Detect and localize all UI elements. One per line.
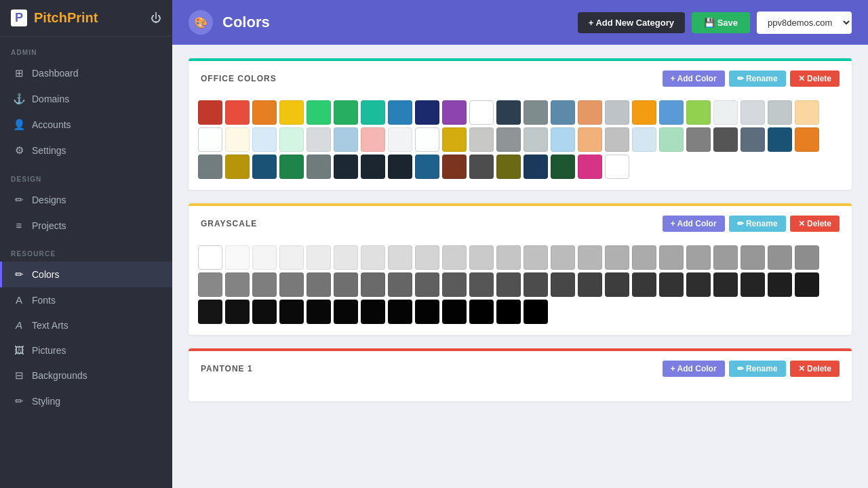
color-swatch[interactable] <box>307 127 331 152</box>
color-swatch[interactable] <box>686 127 711 152</box>
color-swatch[interactable] <box>442 155 467 179</box>
color-swatch[interactable] <box>632 127 656 152</box>
add-color-button-grayscale[interactable]: + Add Color <box>663 216 725 232</box>
color-swatch[interactable] <box>415 127 439 152</box>
save-button[interactable]: 💾 Save <box>692 12 750 33</box>
sidebar-item-textarts[interactable]: A Text Arts <box>0 312 172 338</box>
add-color-button-office[interactable]: + Add Color <box>663 70 725 87</box>
color-swatch[interactable] <box>713 245 738 270</box>
power-icon[interactable]: ⏻ <box>151 12 161 24</box>
color-swatch[interactable] <box>469 272 494 297</box>
delete-button-grayscale[interactable]: ✕ Delete <box>790 216 840 232</box>
sidebar-item-accounts[interactable]: 👤 Accounts <box>0 112 172 138</box>
color-swatch[interactable] <box>198 100 222 125</box>
color-swatch[interactable] <box>496 300 521 324</box>
color-swatch[interactable] <box>252 100 277 125</box>
color-swatch[interactable] <box>307 155 331 179</box>
color-swatch[interactable] <box>741 245 765 270</box>
color-swatch[interactable] <box>713 272 738 297</box>
color-swatch[interactable] <box>198 272 222 297</box>
color-swatch[interactable] <box>415 245 439 270</box>
color-swatch[interactable] <box>252 272 277 297</box>
color-swatch[interactable] <box>307 245 331 270</box>
color-swatch[interactable] <box>225 245 250 270</box>
color-swatch[interactable] <box>442 100 467 125</box>
color-swatch[interactable] <box>388 155 412 179</box>
sidebar-item-styling[interactable]: ✏ Styling <box>0 388 172 414</box>
color-swatch[interactable] <box>361 155 385 179</box>
color-swatch[interactable] <box>388 127 412 152</box>
color-swatch[interactable] <box>361 127 385 152</box>
color-swatch[interactable] <box>279 127 304 152</box>
color-swatch[interactable] <box>388 300 412 324</box>
color-swatch[interactable] <box>361 300 385 324</box>
color-swatch[interactable] <box>632 245 656 270</box>
color-swatch[interactable] <box>713 127 738 152</box>
color-swatch[interactable] <box>551 127 575 152</box>
add-category-button[interactable]: + Add New Category <box>578 12 685 33</box>
sidebar-item-backgrounds[interactable]: ⊟ Backgrounds <box>0 363 172 388</box>
color-swatch[interactable] <box>198 127 222 152</box>
color-swatch[interactable] <box>578 272 602 297</box>
color-swatch[interactable] <box>361 100 385 125</box>
color-swatch[interactable] <box>388 100 412 125</box>
color-swatch[interactable] <box>442 127 467 152</box>
color-swatch[interactable] <box>252 127 277 152</box>
sidebar-item-domains[interactable]: ⚓ Domains <box>0 86 172 112</box>
color-swatch[interactable] <box>741 272 765 297</box>
color-swatch[interactable] <box>686 272 711 297</box>
color-swatch[interactable] <box>307 300 331 324</box>
color-swatch[interactable] <box>551 272 575 297</box>
sidebar-item-colors[interactable]: ✏ Colors <box>0 262 172 287</box>
sidebar-item-designs[interactable]: ✏ Designs <box>0 187 172 213</box>
rename-button-grayscale[interactable]: ✏ Rename <box>729 216 786 232</box>
color-swatch[interactable] <box>768 100 792 125</box>
sidebar-item-projects[interactable]: ≡ Projects <box>0 213 172 238</box>
color-swatch[interactable] <box>469 127 494 152</box>
color-swatch[interactable] <box>334 272 358 297</box>
color-swatch[interactable] <box>605 245 629 270</box>
color-swatch[interactable] <box>442 300 467 324</box>
color-swatch[interactable] <box>496 155 521 179</box>
color-swatch[interactable] <box>469 155 494 179</box>
color-swatch[interactable] <box>415 272 439 297</box>
color-swatch[interactable] <box>198 300 222 324</box>
color-swatch[interactable] <box>578 100 602 125</box>
color-swatch[interactable] <box>442 272 467 297</box>
color-swatch[interactable] <box>279 272 304 297</box>
color-swatch[interactable] <box>279 100 304 125</box>
color-swatch[interactable] <box>469 245 494 270</box>
sidebar-item-fonts[interactable]: A Fonts <box>0 287 172 312</box>
color-swatch[interactable] <box>632 272 656 297</box>
color-swatch[interactable] <box>741 127 765 152</box>
color-swatch[interactable] <box>225 100 250 125</box>
color-swatch[interactable] <box>795 245 819 270</box>
color-swatch[interactable] <box>496 245 521 270</box>
color-swatch[interactable] <box>686 245 711 270</box>
color-swatch[interactable] <box>795 272 819 297</box>
color-swatch[interactable] <box>279 155 304 179</box>
color-swatch[interactable] <box>524 100 548 125</box>
color-swatch[interactable] <box>659 245 684 270</box>
color-swatch[interactable] <box>252 245 277 270</box>
color-swatch[interactable] <box>659 127 684 152</box>
color-swatch[interactable] <box>496 127 521 152</box>
color-swatch[interactable] <box>524 155 548 179</box>
color-swatch[interactable] <box>795 127 819 152</box>
add-color-button-pantone1[interactable]: + Add Color <box>663 361 725 377</box>
color-swatch[interactable] <box>605 127 629 152</box>
color-swatch[interactable] <box>198 245 222 270</box>
color-swatch[interactable] <box>225 272 250 297</box>
color-swatch[interactable] <box>361 272 385 297</box>
color-swatch[interactable] <box>334 245 358 270</box>
color-swatch[interactable] <box>442 245 467 270</box>
color-swatch[interactable] <box>415 300 439 324</box>
color-swatch[interactable] <box>198 155 222 179</box>
color-swatch[interactable] <box>768 245 792 270</box>
color-swatch[interactable] <box>334 127 358 152</box>
color-swatch[interactable] <box>524 272 548 297</box>
rename-button-office[interactable]: ✏ Rename <box>729 70 786 87</box>
color-swatch[interactable] <box>551 100 575 125</box>
color-swatch[interactable] <box>632 100 656 125</box>
sidebar-item-settings[interactable]: ⚙ Settings <box>0 138 172 163</box>
